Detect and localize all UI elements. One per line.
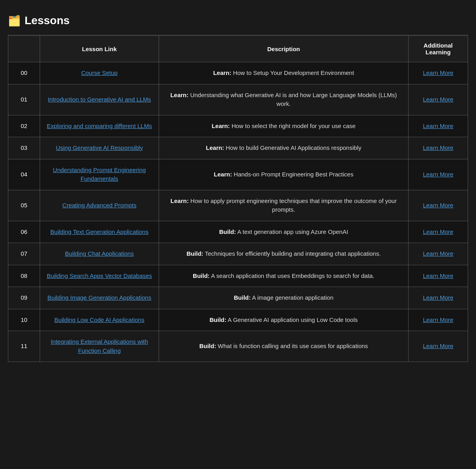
lesson-link[interactable]: Building Chat Applications [65,250,134,257]
additional-learning-cell: Learn More [409,62,468,84]
lesson-description: Learn: How to build Generative AI Applic… [159,137,409,159]
additional-learning-cell: Learn More [409,159,468,190]
lesson-number: 00 [8,62,40,84]
lesson-link-cell: Building Chat Applications [40,243,159,265]
lessons-icon: 🗂️ [8,15,21,27]
lesson-link-cell: Exploring and comparing different LLMs [40,115,159,137]
learn-more-link[interactable]: Learn More [423,69,453,76]
page-title: Lessons [25,14,70,27]
table-row: 07Building Chat ApplicationsBuild: Techn… [8,243,468,265]
table-row: 05Creating Advanced PromptsLearn: How to… [8,190,468,221]
learn-more-link[interactable]: Learn More [423,228,453,235]
learn-more-link[interactable]: Learn More [423,144,453,151]
lesson-link[interactable]: Building Search Apps Vector Databases [47,272,152,279]
lesson-link-cell: Building Low Code AI Applications [40,309,159,331]
lesson-description: Build: A image generation application [159,287,409,309]
table-row: 06Building Text Generation ApplicationsB… [8,221,468,243]
lesson-number: 04 [8,159,40,190]
lesson-link-cell: Building Search Apps Vector Databases [40,265,159,287]
lesson-number: 09 [8,287,40,309]
lesson-description: Learn: Hands-on Prompt Engineering Best … [159,159,409,190]
lesson-number: 10 [8,309,40,331]
lesson-link[interactable]: Introduction to Generative AI and LLMs [48,96,151,103]
lesson-number: 08 [8,265,40,287]
lesson-link-cell: Using Generative AI Responsibly [40,137,159,159]
table-row: 11Integrating External Applications with… [8,331,468,362]
learn-more-link[interactable]: Learn More [423,272,453,279]
col-header-additional-learning: Additional Learning [409,36,468,62]
lesson-link-cell: Creating Advanced Prompts [40,190,159,221]
lesson-link[interactable]: Building Low Code AI Applications [54,316,144,323]
additional-learning-cell: Learn More [409,265,468,287]
table-row: 01Introduction to Generative AI and LLMs… [8,84,468,115]
lesson-link-cell: Introduction to Generative AI and LLMs [40,84,159,115]
lesson-description: Build: A search application that uses Em… [159,265,409,287]
learn-more-link[interactable]: Learn More [423,96,453,103]
table-row: 02Exploring and comparing different LLMs… [8,115,468,137]
learn-more-link[interactable]: Learn More [423,123,453,129]
lessons-table: Lesson Link Description Additional Learn… [8,35,468,362]
lesson-link-cell: Understanding Prompt Engineering Fundame… [40,159,159,190]
lesson-description: Build: A text generation app using Azure… [159,221,409,243]
lesson-number: 05 [8,190,40,221]
lesson-link-cell: Building Image Generation Applications [40,287,159,309]
learn-more-link[interactable]: Learn More [423,343,453,349]
col-header-lesson-link: Lesson Link [40,36,159,62]
lesson-link[interactable]: Building Text Generation Applications [50,228,148,235]
lesson-number: 06 [8,221,40,243]
page-header: 🗂️ Lessons [8,8,468,35]
lesson-link[interactable]: Understanding Prompt Engineering Fundame… [53,167,146,182]
lesson-number: 02 [8,115,40,137]
lesson-link[interactable]: Using Generative AI Responsibly [56,144,143,151]
lesson-description: Learn: Understanding what Generative AI … [159,84,409,115]
lesson-description: Learn: How to apply prompt engineering t… [159,190,409,221]
additional-learning-cell: Learn More [409,221,468,243]
learn-more-link[interactable]: Learn More [423,316,453,323]
col-header-description: Description [159,36,409,62]
table-row: 10Building Low Code AI ApplicationsBuild… [8,309,468,331]
lesson-number: 11 [8,331,40,362]
lesson-description: Learn: How to Setup Your Development Env… [159,62,409,84]
additional-learning-cell: Learn More [409,115,468,137]
lesson-link[interactable]: Course Setup [81,69,118,76]
additional-learning-cell: Learn More [409,331,468,362]
learn-more-link[interactable]: Learn More [423,202,453,209]
additional-learning-cell: Learn More [409,84,468,115]
lesson-description: Build: A Generative AI application using… [159,309,409,331]
table-row: 04Understanding Prompt Engineering Funda… [8,159,468,190]
table-header-row: Lesson Link Description Additional Learn… [8,36,468,62]
table-row: 03Using Generative AI ResponsiblyLearn: … [8,137,468,159]
lesson-link[interactable]: Creating Advanced Prompts [62,202,136,209]
additional-learning-cell: Learn More [409,190,468,221]
additional-learning-cell: Learn More [409,309,468,331]
lesson-link[interactable]: Exploring and comparing different LLMs [47,123,152,129]
col-header-number [8,36,40,62]
lesson-number: 07 [8,243,40,265]
lesson-link-cell: Integrating External Applications with F… [40,331,159,362]
table-row: 00Course SetupLearn: How to Setup Your D… [8,62,468,84]
lesson-description: Learn: How to select the right model for… [159,115,409,137]
lesson-description: Build: Techniques for efficiently buildi… [159,243,409,265]
additional-learning-cell: Learn More [409,243,468,265]
additional-learning-cell: Learn More [409,137,468,159]
learn-more-link[interactable]: Learn More [423,171,453,178]
lesson-link-cell: Course Setup [40,62,159,84]
learn-more-link[interactable]: Learn More [423,294,453,301]
learn-more-link[interactable]: Learn More [423,250,453,257]
lesson-number: 03 [8,137,40,159]
lesson-description: Build: What is function calling and its … [159,331,409,362]
table-row: 08Building Search Apps Vector DatabasesB… [8,265,468,287]
table-row: 09Building Image Generation Applications… [8,287,468,309]
lesson-link[interactable]: Integrating External Applications with F… [51,338,148,354]
lesson-link[interactable]: Building Image Generation Applications [48,294,152,301]
additional-learning-cell: Learn More [409,287,468,309]
lesson-link-cell: Building Text Generation Applications [40,221,159,243]
lesson-number: 01 [8,84,40,115]
